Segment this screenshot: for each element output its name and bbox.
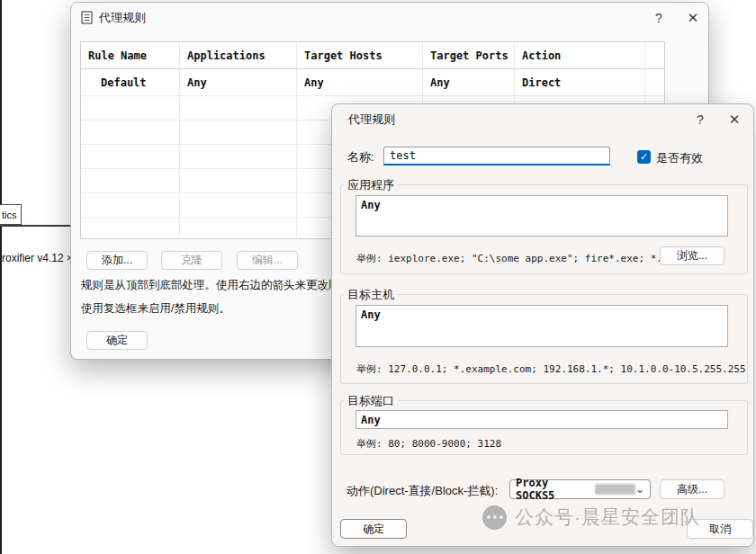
action-selected-value: Proxy SOCKS5 <box>516 477 591 502</box>
enabled-checkbox[interactable]: ✓ <box>637 150 651 164</box>
add-rule-button[interactable]: 添加... <box>86 251 148 270</box>
target-ports-input[interactable]: Any <box>356 410 728 429</box>
target-ports-example: 举例: 80; 8000-9000; 3128 <box>356 437 501 451</box>
edit-cancel-button[interactable]: 取消 <box>687 519 753 539</box>
name-label: 名称: <box>347 149 374 165</box>
table-header-row: Rule Name Applications Target Hosts Targ… <box>81 42 664 69</box>
name-input[interactable] <box>383 147 610 165</box>
rules-hint-line2: 使用复选框来启用/禁用规则。 <box>81 301 230 317</box>
cell-rule-name[interactable]: Default <box>81 69 180 95</box>
edit-ok-button[interactable]: 确定 <box>340 519 407 539</box>
rules-dialog-titlebar[interactable]: 代理规则 <box>71 3 708 32</box>
column-header-rule-name[interactable]: Rule Name <box>81 42 180 68</box>
column-header-target-hosts[interactable]: Target Hosts <box>297 42 423 68</box>
chevron-down-icon: ⌄ <box>635 483 644 496</box>
background-window-edge <box>0 0 2 554</box>
edit-help-button[interactable]: ? <box>687 104 714 134</box>
advanced-button[interactable]: 高级... <box>660 479 724 499</box>
applications-textarea[interactable]: Any <box>356 195 728 237</box>
table-row-default[interactable]: Default Any Any Any Direct <box>81 69 664 96</box>
check-icon: ✓ <box>640 151 648 162</box>
target-ports-group-label: 目标端口 <box>344 393 398 409</box>
target-hosts-example: 举例: 127.0.0.1; *.example.com; 192.168.1.… <box>356 362 746 376</box>
action-label: 动作(Direct-直接/Block-拦截): <box>346 483 498 499</box>
cell-applications[interactable]: Any <box>180 69 297 95</box>
background-tab-statistics-fragment[interactable]: tics <box>0 204 22 225</box>
proxy-rule-edit-dialog: 代理规则 ? ✕ 名称: ✓ 是否有效 应用程序 Any 举例: iexplor… <box>331 103 754 547</box>
cell-target-ports[interactable]: Any <box>423 69 515 95</box>
rules-ok-button[interactable]: 确定 <box>86 331 148 350</box>
browse-button[interactable]: 浏览... <box>660 246 724 265</box>
redacted-proxy-address <box>595 484 635 495</box>
edit-close-button[interactable]: ✕ <box>721 104 748 134</box>
cell-spacer <box>645 69 664 95</box>
applications-group-label: 应用程序 <box>344 177 398 193</box>
column-header-spacer <box>645 42 664 68</box>
rules-document-icon <box>80 11 94 24</box>
enabled-label: 是否有效 <box>656 150 703 166</box>
cell-target-hosts[interactable]: Any <box>297 69 423 95</box>
action-dropdown[interactable]: Proxy SOCKS5 ⌄ <box>509 479 651 499</box>
edit-rule-button[interactable]: 编辑... <box>237 251 298 270</box>
column-header-target-ports[interactable]: Target Ports <box>423 42 515 68</box>
column-header-action[interactable]: Action <box>515 42 645 68</box>
rules-dialog-title: 代理规则 <box>99 10 146 26</box>
rules-close-button[interactable]: ✕ <box>680 3 706 32</box>
clone-rule-button[interactable]: 克隆 <box>161 251 222 270</box>
screen: tics roxifier v4.12 × 代理规则 ? ✕ Rule Name… <box>0 0 756 554</box>
edit-dialog-title: 代理规则 <box>348 112 395 128</box>
cell-action[interactable]: Direct <box>515 69 645 95</box>
target-hosts-group-label: 目标主机 <box>344 287 398 303</box>
background-tab-label: tics <box>2 210 17 220</box>
rules-help-button[interactable]: ? <box>645 3 672 32</box>
background-divider <box>0 225 70 227</box>
column-header-applications[interactable]: Applications <box>180 42 297 68</box>
background-version-text: roxifier v4.12 × <box>2 252 73 264</box>
target-hosts-textarea[interactable]: Any <box>356 305 728 347</box>
applications-example: 举例: iexplore.exe; "C:\some app.exe"; fir… <box>356 252 680 265</box>
rules-hint-line1: 规则是从顶部到底部处理。使用右边的箭头来更改顺 <box>81 278 340 293</box>
